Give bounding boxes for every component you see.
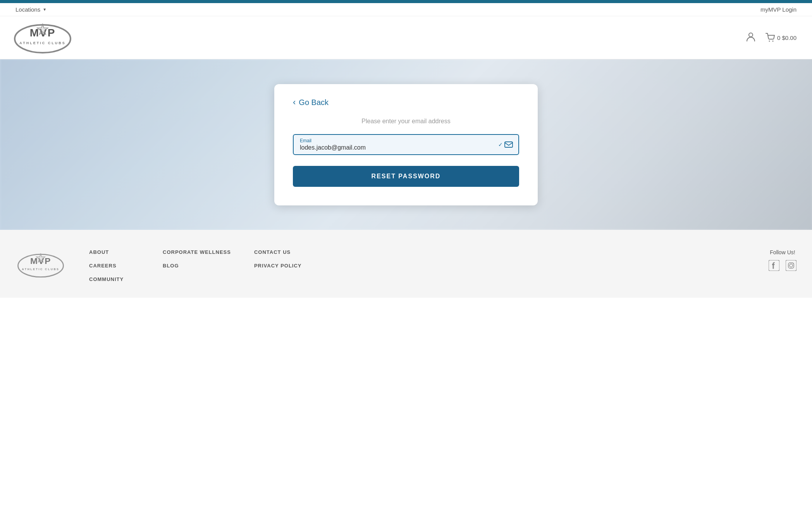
follow-label: Follow Us! — [770, 249, 795, 255]
locations-label: Locations — [15, 6, 40, 13]
footer-follow-section: Follow Us! — [769, 249, 797, 271]
email-label: Email — [300, 138, 499, 143]
logo[interactable]: MVP ATHLETIC CLUBS — [12, 20, 74, 55]
reset-password-card: ‹ Go Back Please enter your email addres… — [274, 84, 538, 205]
chevron-down-icon: ▼ — [43, 7, 46, 12]
footer-link-privacy[interactable]: PRIVACY POLICY — [254, 263, 304, 269]
svg-point-7 — [772, 41, 774, 42]
cart-total: $0.00 — [782, 34, 797, 41]
hero-section: ‹ Go Back Please enter your email addres… — [0, 59, 812, 230]
header: MVP ATHLETIC CLUBS 0 $0.00 — [0, 16, 812, 59]
mymvp-login-link[interactable]: myMVP Login — [760, 6, 797, 13]
nav-bar: Locations ▼ myMVP Login — [0, 3, 812, 16]
header-actions: 0 $0.00 — [745, 31, 797, 44]
cart-count: 0 — [777, 34, 780, 41]
footer-link-careers[interactable]: CAREERS — [89, 263, 139, 269]
card-subtitle: Please enter your email address — [293, 118, 519, 125]
svg-point-6 — [769, 41, 770, 42]
svg-rect-15 — [786, 260, 797, 271]
svg-point-17 — [790, 264, 793, 267]
reset-password-button[interactable]: RESET PASSWORD — [293, 166, 519, 187]
svg-rect-8 — [505, 142, 513, 147]
user-icon[interactable] — [745, 31, 756, 44]
svg-point-18 — [793, 263, 794, 264]
footer-logo-svg: MVP ATHLETIC CLUBS — [15, 249, 66, 280]
social-icons — [769, 260, 797, 271]
footer-links-col-3: CONTACT US PRIVACY POLICY — [254, 249, 304, 269]
envelope-icon — [504, 141, 513, 148]
go-back-link[interactable]: Go Back — [299, 98, 329, 107]
email-input[interactable] — [300, 144, 499, 151]
email-validation-icons: ✓ — [498, 141, 513, 148]
cart-button[interactable]: 0 $0.00 — [766, 33, 797, 42]
footer-link-contact[interactable]: CONTACT US — [254, 249, 304, 255]
footer-links-col-2: CORPORATE WELLNESS BLOG — [163, 249, 231, 269]
footer-link-corporate-wellness[interactable]: CORPORATE WELLNESS — [163, 249, 231, 255]
svg-point-5 — [749, 33, 753, 37]
top-accent-bar — [0, 0, 812, 3]
mvp-logo-svg: MVP ATHLETIC CLUBS — [12, 20, 74, 55]
locations-dropdown[interactable]: Locations ▼ — [15, 6, 46, 13]
facebook-icon[interactable] — [769, 260, 779, 271]
go-back-row: ‹ Go Back — [293, 98, 519, 107]
footer-link-blog[interactable]: BLOG — [163, 263, 231, 269]
footer-logo: MVP ATHLETIC CLUBS — [15, 249, 66, 282]
back-chevron-icon[interactable]: ‹ — [293, 98, 296, 107]
svg-text:ATHLETIC CLUBS: ATHLETIC CLUBS — [22, 267, 60, 271]
footer-links-col-1: ABOUT CAREERS COMMUNITY — [89, 249, 139, 282]
footer: MVP ATHLETIC CLUBS ABOUT CAREERS COMMUNI… — [0, 230, 812, 298]
email-field-wrapper: Email ✓ — [293, 134, 519, 155]
instagram-icon[interactable] — [786, 260, 797, 271]
svg-rect-14 — [769, 260, 779, 271]
cart-icon — [766, 33, 776, 42]
footer-link-community[interactable]: COMMUNITY — [89, 276, 139, 282]
checkmark-icon: ✓ — [498, 141, 503, 148]
svg-text:ATHLETIC CLUBS: ATHLETIC CLUBS — [19, 41, 65, 45]
footer-link-about[interactable]: ABOUT — [89, 249, 139, 255]
